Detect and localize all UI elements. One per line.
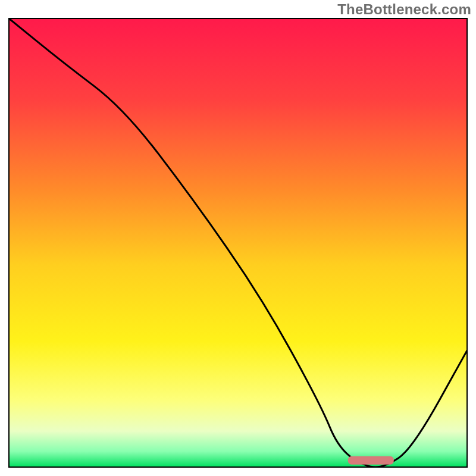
plot-background xyxy=(9,18,467,467)
bottleneck-plot xyxy=(8,18,468,468)
watermark-label: TheBottleneck.com xyxy=(337,1,471,18)
chart-stage: TheBottleneck.com xyxy=(0,0,476,476)
optimal-range-marker xyxy=(348,456,394,465)
plot-svg xyxy=(8,18,468,468)
